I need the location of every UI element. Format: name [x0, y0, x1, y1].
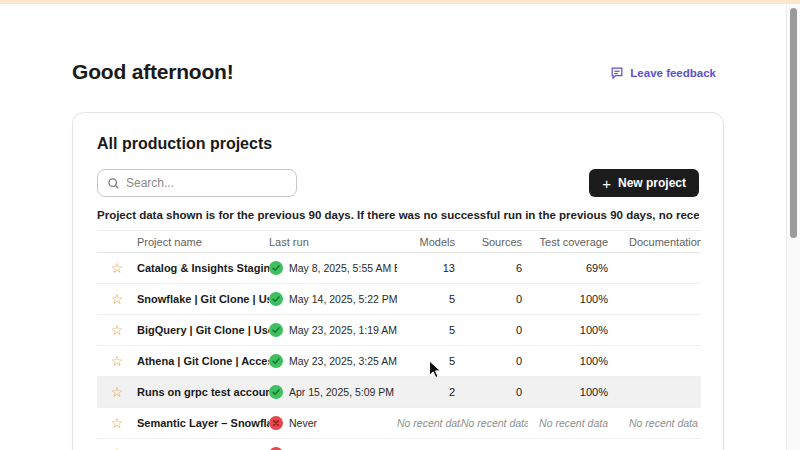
favorite-star-icon[interactable]: ☆ [111, 323, 124, 337]
project-name-link[interactable]: Runs on grpc test account [137, 386, 269, 398]
cell-sources: No recent data [461, 417, 528, 429]
table-header-row: Project name Last run Models Sources Tes… [97, 230, 701, 253]
header-last-run: Last run [269, 236, 397, 248]
last-run-text: May 23, 2025, 1:19 AM BST [289, 324, 397, 336]
table-row[interactable]: ☆ Runs on grpc test account Apr 15, 2025… [97, 377, 701, 408]
cell-models: No recent data [397, 417, 461, 429]
project-name-link[interactable]: Semantic Layer – Snowflake [137, 417, 269, 429]
table-row[interactable]: ☆ Catalog & Insights Staging... May 8, 2… [97, 253, 701, 284]
table-row[interactable]: ☆ Semantic Layer – Snowflake Never No re… [97, 408, 701, 439]
last-run-text: May 8, 2025, 5:55 AM BST [289, 262, 397, 274]
favorite-star-icon[interactable]: ☆ [111, 416, 124, 430]
favorite-star-icon[interactable]: ☆ [111, 292, 124, 306]
cell-models: 5 [397, 293, 461, 305]
last-run-text: Never [289, 417, 317, 429]
projects-table: Project name Last run Models Sources Tes… [97, 230, 701, 450]
cell-models: 13 [397, 262, 461, 274]
favorite-star-icon[interactable]: ☆ [111, 354, 124, 368]
feedback-bubble-icon [610, 66, 624, 80]
cell-doc_coverage: No recent data [614, 417, 701, 429]
cell-test_coverage: No recent data [528, 417, 614, 429]
leave-feedback-link[interactable]: Leave feedback [610, 66, 716, 80]
header-doc-coverage: Documentation coverage [614, 236, 701, 248]
cell-sources: 0 [461, 293, 528, 305]
cell-test_coverage: 100% [528, 324, 614, 336]
cell-test_coverage: 100% [528, 355, 614, 367]
environment-banner [0, 0, 800, 4]
status-error-icon [269, 416, 283, 430]
status-success-icon [269, 354, 283, 368]
table-row[interactable]: ☆ Snowflake | Git Clone | Use... May 14,… [97, 284, 701, 315]
header-test-coverage: Test coverage [528, 236, 614, 248]
last-run-text: May 23, 2025, 3:25 AM BST [289, 355, 397, 367]
new-project-label: New project [618, 176, 686, 190]
favorite-star-icon[interactable]: ☆ [111, 385, 124, 399]
header-models: Models [397, 236, 461, 248]
status-success-icon [269, 385, 283, 399]
cell-test_coverage: 69% [528, 262, 614, 274]
project-name-link[interactable]: Snowflake | Git Clone | Use... [137, 293, 269, 305]
header-sources: Sources [461, 236, 528, 248]
projects-panel: All production projects + New project Pr… [72, 112, 724, 450]
table-row[interactable]: ☆ Snowflake | Git Clone | Key... Never N… [97, 439, 701, 450]
cell-models: 2 [397, 386, 461, 398]
status-success-icon [269, 292, 283, 306]
project-name-link[interactable]: Athena | Git Clone | Acces... [137, 355, 269, 367]
cell-sources: 0 [461, 386, 528, 398]
table-row[interactable]: ☆ Athena | Git Clone | Acces... May 23, … [97, 346, 701, 377]
project-name-link[interactable]: Catalog & Insights Staging... [137, 262, 269, 274]
cell-sources: 0 [461, 355, 528, 367]
new-project-button[interactable]: + New project [589, 169, 699, 197]
search-input[interactable] [126, 176, 287, 190]
cell-test_coverage: 100% [528, 386, 614, 398]
plus-icon: + [602, 176, 611, 191]
table-body: ☆ Catalog & Insights Staging... May 8, 2… [97, 253, 701, 450]
cell-sources: 6 [461, 262, 528, 274]
last-run-text: May 14, 2025, 5:22 PM BST [289, 293, 397, 305]
page-title: Good afternoon! [72, 60, 233, 84]
cell-models: 5 [397, 355, 461, 367]
search-box[interactable] [97, 169, 297, 197]
favorite-star-icon[interactable]: ☆ [111, 261, 124, 275]
table-row[interactable]: ☆ BigQuery | Git Clone | User... May 23,… [97, 315, 701, 346]
last-run-text: Apr 15, 2025, 5:09 PM BST [289, 386, 397, 398]
header-project-name: Project name [137, 236, 269, 248]
search-icon [107, 177, 120, 190]
panel-title: All production projects [97, 135, 699, 153]
status-success-icon [269, 261, 283, 275]
cell-sources: 0 [461, 324, 528, 336]
cell-test_coverage: 100% [528, 293, 614, 305]
page-scrollbar [786, 0, 800, 450]
data-range-notice: Project data shown is for the previous 9… [97, 209, 699, 221]
project-name-link[interactable]: BigQuery | Git Clone | User... [137, 324, 269, 336]
status-success-icon [269, 323, 283, 337]
leave-feedback-label: Leave feedback [630, 67, 716, 79]
cell-models: 5 [397, 324, 461, 336]
scrollbar-thumb[interactable] [790, 8, 797, 238]
